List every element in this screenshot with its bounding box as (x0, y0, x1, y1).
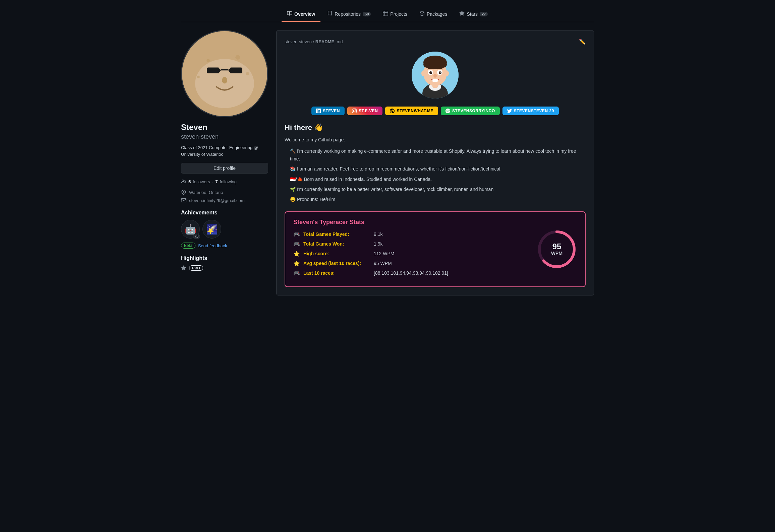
follow-stats: 5 followers · 7 following (181, 179, 268, 184)
profile-tabs: Overview Repositories 50 Projects Packag… (181, 7, 594, 22)
typeracer-stat-0: 🎮 Total Games Played: 9.1k (293, 231, 529, 238)
profile-sidebar: 🎭 Steven steven-steven Class of 2021 Com… (181, 30, 268, 295)
svg-point-7 (222, 77, 227, 84)
typeracer-card: Steven's Typeracer Stats 🎮 Total Games P… (285, 211, 586, 287)
book-icon (287, 11, 292, 17)
achievement-count-0: x3 (193, 234, 200, 239)
tab-packages[interactable]: Packages (414, 7, 453, 22)
typeracer-stat-label-4: Last 10 races: (303, 270, 370, 276)
svg-point-27 (421, 70, 425, 76)
profile-bio: Class of 2021 Computer Engineering @ Uni… (181, 144, 268, 157)
tab-packages-label: Packages (427, 11, 447, 17)
tab-repositories[interactable]: Repositories 50 (322, 7, 376, 22)
achievements-title: Achievements (181, 210, 268, 216)
achievement-overlay: 🎭 (254, 104, 264, 113)
main-content: steven-steven / README .md ✏️ (276, 30, 594, 295)
package-icon (419, 11, 425, 17)
send-feedback-link[interactable]: Send feedback (198, 243, 227, 248)
social-badge-website[interactable]: STEVENWHAT.ME (385, 107, 438, 115)
profile-username: steven-steven (181, 133, 268, 140)
stat-icon-1: 🎮 (293, 241, 300, 247)
typeracer-stat-4: 🎮 Last 10 races: [88,103,101,94,94,93,94… (293, 270, 529, 276)
avatar-image (182, 31, 267, 116)
tab-overview[interactable]: Overview (282, 7, 320, 22)
twitter-icon (507, 109, 512, 113)
profile-avatar: 🎭 (181, 30, 268, 117)
svg-point-23 (431, 72, 432, 73)
edit-readme-icon[interactable]: ✏️ (579, 39, 586, 45)
instagram-icon (352, 109, 357, 113)
linkedin-icon (316, 109, 321, 113)
social-badge-twitter[interactable]: STEVENSTEVEN 29 (502, 107, 559, 115)
beta-feedback-row: Beta Send feedback (181, 243, 268, 249)
social-badge-spotify[interactable]: STEVENSORRYINDO (441, 107, 500, 115)
tab-projects[interactable]: Projects (377, 7, 413, 22)
instagram-badge-label: ST.E.VEN (359, 109, 378, 113)
achievement-badge-1[interactable]: 🌠 (202, 220, 221, 239)
readme-cartoon-avatar (412, 52, 459, 98)
stat-icon-0: 🎮 (293, 231, 300, 238)
website-badge-label: STEVENWHAT.ME (397, 109, 433, 113)
social-badge-linkedin[interactable]: STEVEN (311, 107, 345, 115)
svg-point-11 (246, 72, 249, 75)
readme-card: steven-steven / README .md ✏️ (276, 30, 594, 295)
stars-badge: 27 (480, 12, 488, 16)
readme-avatar-container (285, 52, 586, 98)
svg-point-9 (235, 55, 240, 60)
readme-bullet-2: 🇮🇩/🍁 Born and raised in Indonesia. Studi… (287, 176, 586, 183)
spotify-icon (445, 109, 450, 113)
typeracer-stat-2: ⭐ High score: 112 WPM (293, 251, 529, 257)
followers-count: 5 (188, 179, 191, 184)
table-icon (383, 11, 388, 17)
typeracer-stat-label-3: Avg speed (last 10 races): (303, 261, 370, 266)
social-badge-instagram[interactable]: ST.E.VEN (347, 107, 382, 115)
achievement-badge-0[interactable]: 🤖 x3 (181, 220, 200, 239)
globe-icon (390, 109, 395, 113)
readme-header: steven-steven / README .md ✏️ (285, 39, 586, 45)
svg-rect-26 (432, 79, 438, 82)
star-outline-icon (181, 265, 186, 271)
readme-filename: README (315, 39, 334, 44)
svg-point-28 (445, 70, 449, 76)
twitter-badge-label: STEVENSTEVEN 29 (514, 109, 554, 113)
edit-profile-button[interactable]: Edit profile (181, 163, 268, 174)
pro-badge: PRO (189, 265, 203, 271)
email-text: steven.infinity29@gmail.com (189, 198, 245, 203)
tab-stars[interactable]: Stars 27 (454, 7, 493, 22)
following-label: following (220, 179, 237, 184)
typeracer-title: Steven's Typeracer Stats (293, 219, 529, 226)
svg-point-8 (206, 59, 210, 62)
wpm-number: 95 (551, 242, 562, 251)
svg-point-25 (433, 74, 437, 78)
wpm-label: WPM (551, 251, 562, 256)
followers-label: followers (193, 179, 210, 184)
readme-repo-link[interactable]: steven-steven (285, 39, 312, 44)
typeracer-stat-value-1: 1.9k (374, 241, 382, 247)
wpm-display: 95 WPM (551, 242, 562, 256)
spotify-badge-label: STEVENSORRYINDO (452, 109, 495, 113)
following-count: 7 (215, 179, 218, 184)
location-text: Waterloo, Ontario (189, 190, 223, 195)
beta-badge: Beta (181, 243, 195, 249)
typeracer-stat-label-0: Total Games Played: (303, 231, 370, 237)
typeracer-stat-label-1: Total Games Won: (303, 241, 370, 247)
typeracer-stat-value-4: [88,103,101,94,94,93,94,90,102,91] (374, 270, 448, 276)
star-icon (459, 11, 465, 17)
svg-rect-4 (221, 69, 228, 70)
readme-path: steven-steven / README .md (285, 39, 343, 44)
readme-content: Hi there 👋 Welcome to my Github page. 🔨 … (285, 123, 586, 287)
stat-icon-3: ⭐ (293, 260, 300, 267)
location-item: Waterloo, Ontario (181, 190, 268, 195)
readme-welcome: Welcome to my Github page. (285, 136, 586, 143)
svg-rect-6 (230, 67, 242, 73)
tab-projects-label: Projects (390, 11, 407, 17)
readme-bullet-0: 🔨 I'm currently working on making e-comm… (287, 147, 586, 162)
svg-point-10 (197, 76, 200, 78)
tab-stars-label: Stars (467, 11, 478, 17)
typeracer-stat-label-2: High score: (303, 251, 370, 256)
stat-icon-4: 🎮 (293, 270, 300, 276)
repo-icon (327, 11, 333, 17)
repositories-badge: 50 (363, 12, 371, 16)
typeracer-stat-value-2: 112 WPM (374, 251, 394, 256)
typeracer-stats-left: Steven's Typeracer Stats 🎮 Total Games P… (293, 219, 529, 280)
